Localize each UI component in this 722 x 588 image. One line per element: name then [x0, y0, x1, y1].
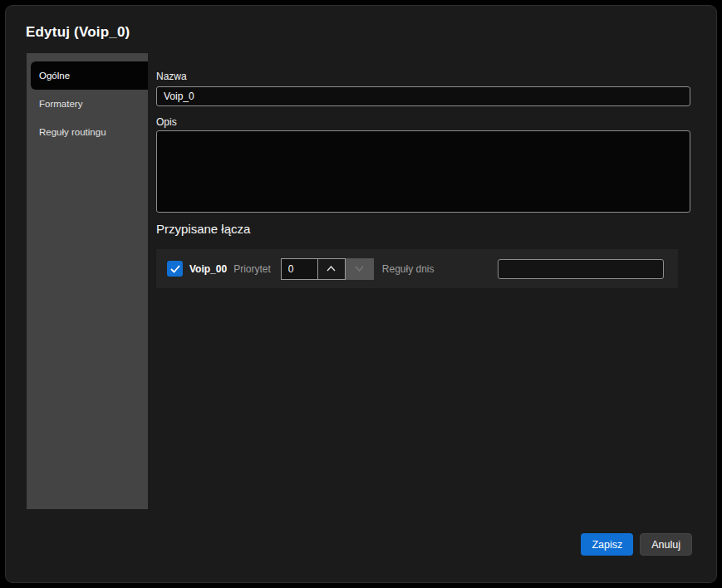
chevron-up-icon [327, 266, 336, 272]
cancel-button[interactable]: Anuluj [640, 533, 692, 556]
assigned-links-heading: Przypisane łącza [156, 222, 250, 236]
assigned-link-row: Voip_00 Priorytet Reguły dnis [156, 249, 678, 288]
description-label: Opis [156, 116, 177, 128]
name-label: Nazwa [156, 71, 187, 82]
sidebar: Ogólne Formatery Reguły routingu [27, 53, 148, 509]
priority-label: Priorytet [233, 263, 271, 275]
edit-dialog: Edytuj (Voip_0) Ogólne Formatery Reguły … [5, 5, 717, 583]
name-input[interactable] [156, 86, 690, 106]
description-textarea[interactable] [156, 130, 690, 213]
save-button[interactable]: Zapisz [581, 533, 633, 556]
tab-formatters[interactable]: Formatery [27, 90, 148, 118]
tab-routing-rules-label: Reguły routingu [39, 127, 106, 137]
tab-list: Ogólne Formatery Reguły routingu [27, 53, 148, 146]
priority-decrement-button[interactable] [346, 258, 374, 280]
dialog-title: Edytuj (Voip_0) [26, 24, 130, 41]
priority-increment-button[interactable] [317, 258, 346, 280]
link-checkbox[interactable] [167, 261, 183, 277]
dnis-rules-input[interactable] [498, 259, 664, 279]
checkmark-icon [170, 265, 180, 273]
dialog-footer: Zapisz Anuluj [581, 533, 692, 556]
priority-spinner [281, 258, 374, 280]
dnis-rules-label: Reguły dnis [382, 263, 435, 275]
tab-general[interactable]: Ogólne [31, 61, 148, 90]
tab-formatters-label: Formatery [39, 99, 82, 109]
tab-general-label: Ogólne [39, 71, 70, 81]
link-name-label: Voip_00 [189, 263, 227, 275]
chevron-down-icon [355, 266, 364, 272]
priority-input[interactable] [281, 258, 317, 280]
tab-routing-rules[interactable]: Reguły routingu [27, 118, 148, 146]
